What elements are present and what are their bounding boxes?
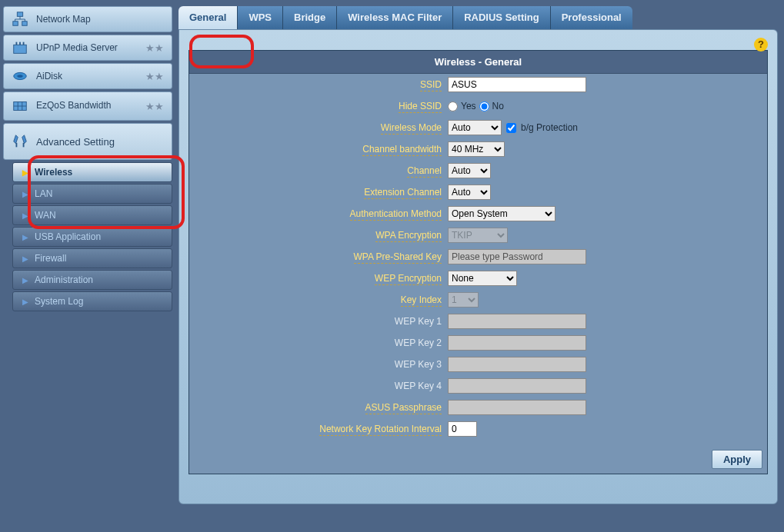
tools-icon: [12, 133, 28, 150]
sidebar-item-wireless[interactable]: ▶ Wireless: [12, 162, 172, 182]
bandwidth-label: Channel bandwidth: [362, 144, 442, 156]
nav-upnp[interactable]: UPnP Media Server ★★: [3, 35, 172, 61]
nav-label: Network Map: [36, 14, 91, 25]
arrow-icon: ▶: [22, 211, 28, 220]
arrow-icon: ▶: [22, 298, 28, 306]
wpa-enc-select: TKIP: [448, 228, 508, 243]
sidebar: Network Map UPnP Media Server ★★ AiDisk …: [0, 0, 175, 532]
tab-radius[interactable]: RADIUS Setting: [453, 6, 551, 29]
sidebar-item-syslog[interactable]: ▶ System Log: [12, 291, 172, 311]
sidebar-item-label: WAN: [35, 210, 56, 221]
nav-aidisk[interactable]: AiDisk ★★: [3, 63, 172, 89]
arrow-icon: ▶: [22, 254, 28, 263]
svg-rect-1: [13, 22, 18, 26]
passphrase-input: [448, 400, 586, 415]
advanced-setting-header[interactable]: Advanced Setting: [3, 123, 172, 160]
form-panel: Wireless - General SSID Hide SSID Yes No: [188, 50, 768, 474]
sidebar-item-firewall[interactable]: ▶ Firewall: [12, 248, 172, 268]
nav-label: AiDisk: [36, 71, 62, 81]
content-panel: ? Wireless - General SSID Hide SSID Yes …: [178, 29, 778, 504]
tab-wps[interactable]: WPS: [238, 6, 283, 29]
auth-label: Authentication Method: [350, 208, 442, 221]
svg-point-12: [17, 75, 22, 78]
sidebar-item-label: Administration: [35, 274, 93, 285]
nav-label: UPnP Media Server: [36, 42, 118, 53]
ssid-input[interactable]: [448, 77, 586, 92]
wep4-label: WEP Key 4: [395, 381, 442, 392]
sidebar-item-label: Firewall: [35, 253, 66, 264]
ezqos-icon: [12, 98, 28, 115]
bg-protection-checkbox[interactable]: [506, 123, 516, 133]
svg-rect-7: [14, 45, 27, 53]
sidebar-item-wan[interactable]: ▶ WAN: [12, 205, 172, 225]
network-map-icon: [12, 11, 28, 28]
sidebar-item-lan[interactable]: ▶ LAN: [12, 184, 172, 204]
ssid-label: SSID: [420, 79, 442, 91]
bg-protection-label: b/g Protection: [521, 122, 578, 133]
hide-ssid-label: Hide SSID: [399, 101, 442, 113]
wep2-label: WEP Key 2: [395, 337, 442, 349]
wep4-input: [448, 378, 586, 394]
sidebar-item-usb[interactable]: ▶ USB Application: [12, 227, 172, 247]
nav-network-map[interactable]: Network Map: [3, 6, 172, 32]
svg-rect-9: [19, 42, 21, 45]
mode-select[interactable]: Auto: [448, 120, 502, 135]
mode-label: Wireless Mode: [381, 122, 442, 135]
tab-bar: General WPS Bridge Wireless MAC Filter R…: [178, 6, 778, 29]
no-label: No: [492, 101, 504, 111]
svg-rect-10: [23, 42, 25, 45]
nav-ezqos[interactable]: EzQoS Bandwidth ★★: [3, 91, 172, 121]
svg-rect-2: [22, 22, 27, 26]
arrow-icon: ▶: [22, 168, 28, 177]
ext-channel-label: Extension Channel: [364, 187, 442, 199]
apply-button[interactable]: Apply: [712, 450, 762, 469]
hide-ssid-no[interactable]: [479, 101, 489, 111]
svg-rect-8: [16, 42, 18, 45]
aidisk-icon: [12, 68, 28, 85]
tab-general[interactable]: General: [178, 6, 238, 29]
key-index-select: 1: [448, 292, 479, 308]
channel-select[interactable]: Auto: [448, 163, 491, 178]
wep3-label: WEP Key 3: [395, 359, 442, 371]
psk-input: [448, 249, 586, 264]
wpa-enc-label: WPA Encryption: [375, 230, 442, 242]
wep-enc-select[interactable]: None: [448, 271, 517, 286]
sidebar-item-label: System Log: [35, 296, 83, 307]
wep1-label: WEP Key 1: [395, 316, 442, 328]
tab-bridge[interactable]: Bridge: [283, 6, 337, 29]
tab-macfilter[interactable]: Wireless MAC Filter: [337, 6, 453, 29]
key-index-label: Key Index: [401, 294, 442, 307]
form-body: SSID Hide SSID Yes No Wireless Mode: [189, 74, 767, 474]
main-panel: General WPS Bridge Wireless MAC Filter R…: [175, 0, 784, 532]
sidebar-item-admin[interactable]: ▶ Administration: [12, 270, 172, 290]
ext-channel-select[interactable]: Auto: [448, 185, 491, 200]
svg-rect-0: [17, 12, 22, 17]
media-server-icon: [12, 39, 28, 56]
star-icon: ★★: [145, 71, 164, 82]
rotation-input[interactable]: [448, 421, 477, 437]
sidebar-item-label: LAN: [35, 188, 52, 199]
wep1-input: [448, 314, 586, 329]
psk-label: WPA Pre-Shared Key: [354, 251, 442, 264]
passphrase-label: ASUS Passphrase: [365, 402, 442, 414]
arrow-icon: ▶: [22, 276, 28, 284]
sidebar-item-label: Wireless: [35, 167, 72, 178]
rotation-label: Network Key Rotation Interval: [319, 424, 442, 436]
arrow-icon: ▶: [22, 233, 28, 241]
wep-enc-label: WEP Encryption: [375, 273, 442, 285]
yes-label: Yes: [461, 101, 476, 111]
tab-professional[interactable]: Professional: [551, 6, 632, 29]
help-icon[interactable]: ?: [754, 38, 768, 52]
arrow-icon: ▶: [22, 190, 28, 198]
hide-ssid-yes[interactable]: [448, 101, 458, 111]
wep2-input: [448, 335, 586, 351]
bandwidth-select[interactable]: 40 MHz: [448, 141, 505, 157]
advanced-label: Advanced Setting: [36, 136, 115, 148]
auth-select[interactable]: Open System: [448, 206, 555, 221]
wep3-input: [448, 357, 586, 372]
panel-title: Wireless - General: [189, 51, 767, 74]
star-icon: ★★: [145, 42, 164, 54]
channel-label: Channel: [407, 165, 442, 178]
star-icon: ★★: [145, 101, 164, 112]
sidebar-item-label: USB Application: [35, 231, 101, 242]
